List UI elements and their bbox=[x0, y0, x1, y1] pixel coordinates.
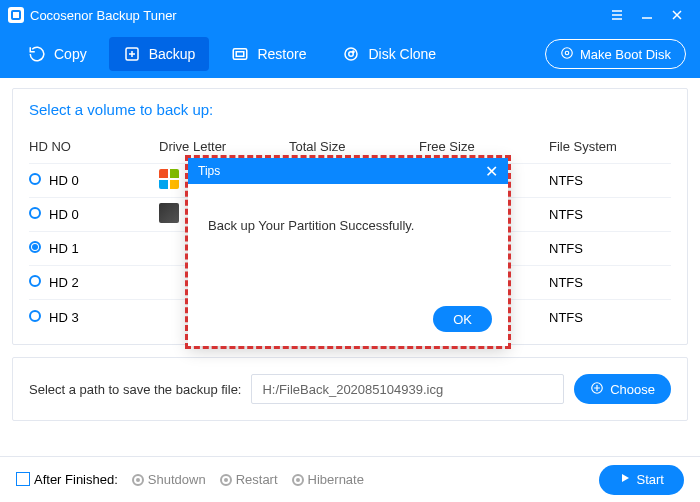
svg-rect-2 bbox=[237, 52, 245, 57]
fsys-label: NTFS bbox=[549, 310, 671, 325]
svg-rect-1 bbox=[234, 49, 248, 60]
clone-icon bbox=[342, 45, 360, 63]
tips-modal: Tips ✕ Back up Your Partition Successful… bbox=[188, 158, 508, 346]
make-boot-disk-button[interactable]: Make Boot Disk bbox=[545, 39, 686, 69]
after-label: After Finished: bbox=[34, 472, 118, 487]
col-total-size: Total Size bbox=[289, 139, 419, 154]
hd-label: HD 0 bbox=[49, 207, 79, 222]
svg-point-6 bbox=[562, 47, 573, 58]
svg-point-7 bbox=[565, 51, 569, 55]
hd-label: HD 2 bbox=[49, 275, 79, 290]
backup-icon bbox=[123, 45, 141, 63]
restore-icon bbox=[231, 45, 249, 63]
tab-backup[interactable]: Backup bbox=[109, 37, 210, 71]
svg-point-3 bbox=[345, 48, 357, 60]
modal-close-button[interactable]: ✕ bbox=[485, 162, 498, 181]
start-button[interactable]: Start bbox=[599, 465, 684, 495]
start-label: Start bbox=[637, 472, 664, 487]
radio-hibernate[interactable]: Hibernate bbox=[292, 472, 364, 487]
radio-shutdown[interactable]: Shutdown bbox=[132, 472, 206, 487]
radio-restart[interactable]: Restart bbox=[220, 472, 278, 487]
minimize-button[interactable] bbox=[632, 0, 662, 30]
app-title: Cocosenor Backup Tuner bbox=[30, 8, 177, 23]
col-free-size: Free Size bbox=[419, 139, 549, 154]
copy-icon bbox=[28, 45, 46, 63]
path-input[interactable] bbox=[251, 374, 564, 404]
col-drive-letter: Drive Letter bbox=[159, 139, 289, 154]
menu-button[interactable] bbox=[602, 0, 632, 30]
tab-copy[interactable]: Copy bbox=[14, 37, 101, 71]
titlebar: Cocosenor Backup Tuner bbox=[0, 0, 700, 30]
radio-icon[interactable] bbox=[29, 173, 41, 185]
hd-label: HD 1 bbox=[49, 241, 79, 256]
radio-icon[interactable] bbox=[29, 207, 41, 219]
hd-label: HD 3 bbox=[49, 310, 79, 325]
panel-title: Select a volume to back up: bbox=[29, 101, 671, 118]
radio-icon[interactable] bbox=[29, 310, 41, 322]
radio-icon[interactable] bbox=[29, 241, 41, 253]
svg-point-5 bbox=[352, 50, 355, 53]
fsys-label: NTFS bbox=[549, 173, 671, 188]
close-button[interactable] bbox=[662, 0, 692, 30]
tab-label: Disk Clone bbox=[368, 46, 436, 62]
footer: After Finished: Shutdown Restart Hiberna… bbox=[0, 456, 700, 502]
fsys-label: NTFS bbox=[549, 207, 671, 222]
tab-label: Restore bbox=[257, 46, 306, 62]
tab-label: Copy bbox=[54, 46, 87, 62]
tab-restore[interactable]: Restore bbox=[217, 37, 320, 71]
drive-icon bbox=[159, 169, 179, 189]
after-finished-checkbox[interactable]: After Finished: bbox=[16, 472, 118, 487]
app-logo-icon bbox=[8, 7, 24, 23]
col-hdno: HD NO bbox=[29, 139, 159, 154]
fsys-label: NTFS bbox=[549, 241, 671, 256]
play-icon bbox=[619, 472, 631, 487]
modal-title: Tips bbox=[198, 164, 220, 178]
tab-label: Backup bbox=[149, 46, 196, 62]
boot-label: Make Boot Disk bbox=[580, 47, 671, 62]
path-label: Select a path to save the backup file: bbox=[29, 382, 241, 397]
modal-ok-button[interactable]: OK bbox=[433, 306, 492, 332]
bootdisk-icon bbox=[560, 46, 574, 63]
toolbar: Copy Backup Restore Disk Clone Make Boot… bbox=[0, 30, 700, 78]
drive-icon bbox=[159, 203, 179, 223]
plus-icon bbox=[590, 381, 604, 398]
fsys-label: NTFS bbox=[549, 275, 671, 290]
modal-message: Back up Your Partition Successfully. bbox=[188, 184, 508, 296]
path-panel: Select a path to save the backup file: C… bbox=[12, 357, 688, 421]
choose-label: Choose bbox=[610, 382, 655, 397]
choose-button[interactable]: Choose bbox=[574, 374, 671, 404]
col-file-system: File System bbox=[549, 139, 671, 154]
tab-disk-clone[interactable]: Disk Clone bbox=[328, 37, 450, 71]
hd-label: HD 0 bbox=[49, 173, 79, 188]
radio-icon[interactable] bbox=[29, 275, 41, 287]
